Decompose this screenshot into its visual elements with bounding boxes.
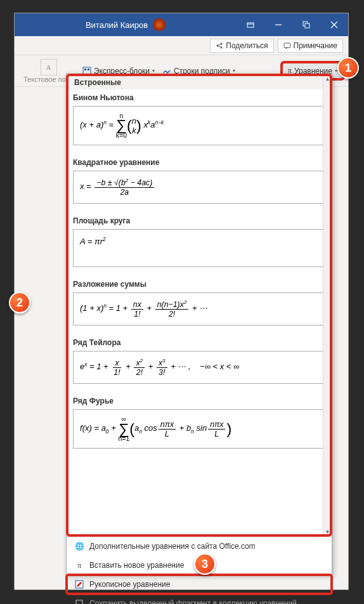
- globe-icon: 🌐: [74, 541, 84, 551]
- equation-preview: f(x) = a0 + ∞∑n=1(an cosnπxL + bn sinnπx…: [73, 409, 325, 449]
- share-button[interactable]: Поделиться: [210, 39, 273, 53]
- gallery-item[interactable]: Разложение суммы (1 + x)n = 1 + nx1! + n…: [73, 276, 325, 325]
- ribbon-options-icon[interactable]: [237, 13, 264, 36]
- svg-rect-18: [76, 600, 82, 604]
- textbox-icon: A: [41, 59, 57, 76]
- gallery-item[interactable]: Квадратное уравнение x = −b ± √(b2 − 4ac…: [73, 154, 325, 204]
- ribbon-share-row: Поделиться Примечание: [15, 36, 348, 55]
- equation-name: Бином Ньютона: [73, 89, 325, 106]
- comment-icon: [283, 42, 291, 49]
- svg-rect-15: [88, 69, 89, 70]
- equation-name: Ряд Фурье: [73, 393, 325, 409]
- equation-preview: A = πr2: [73, 229, 325, 267]
- close-icon[interactable]: [320, 13, 348, 36]
- gallery-item[interactable]: Ряд Тейлора ex = 1 + x1! + x22! + x33! +…: [73, 334, 325, 384]
- svg-rect-4: [305, 23, 309, 28]
- callout-2: 2: [9, 292, 30, 313]
- equation-preview: ex = 1 + x1! + x22! + x33! + ⋯ , −∞ < x …: [73, 351, 325, 384]
- scroll-up-icon[interactable]: ▲: [323, 74, 332, 83]
- equation-name: Квадратное уравнение: [73, 154, 325, 171]
- svg-line-11: [218, 46, 221, 48]
- svg-line-10: [218, 44, 221, 46]
- chevron-down-icon: ▾: [233, 68, 235, 74]
- maximize-icon[interactable]: [292, 13, 320, 36]
- pi-icon: π: [74, 560, 84, 570]
- avatar-icon[interactable]: [153, 18, 166, 31]
- equation-name: Ряд Тейлора: [73, 334, 325, 351]
- callout-1: 1: [337, 57, 359, 79]
- scroll-down-icon[interactable]: ▼: [323, 527, 332, 536]
- equation-preview: (1 + x)n = 1 + nx1! + n(n−1)x22! + ⋯: [73, 292, 325, 325]
- save-label: Сохранить выделенный фрагмент в коллекци…: [89, 599, 304, 604]
- insert-label: Вставить новое уравнение: [89, 561, 184, 570]
- save-equation-button: Сохранить выделенный фрагмент в коллекци…: [67, 594, 332, 604]
- ink-icon: [74, 579, 84, 589]
- more-label: Дополнительные уравнения с сайта Office.…: [89, 542, 256, 551]
- svg-rect-14: [84, 69, 86, 70]
- chevron-down-icon: ▾: [152, 68, 155, 74]
- ink-equation-button[interactable]: Рукописное уравнение: [67, 575, 332, 594]
- equation-gallery: Встроенные Бином Ньютона (x + a)n = n∑k=…: [66, 74, 332, 575]
- titlebar: Виталий Каиров: [15, 13, 348, 36]
- equation-name: Площадь круга: [73, 213, 325, 229]
- share-label: Поделиться: [226, 41, 268, 50]
- gallery-item[interactable]: Ряд Фурье f(x) = a0 + ∞∑n=1(an cosnπxL +…: [73, 393, 325, 449]
- callout-3: 3: [194, 553, 216, 575]
- equation-preview: (x + a)n = n∑k=0(nk) xkan−k: [73, 106, 325, 145]
- gallery-item[interactable]: Площадь круга A = πr2: [73, 213, 325, 267]
- share-icon: [216, 42, 223, 49]
- gallery-item[interactable]: Бином Ньютона (x + a)n = n∑k=0(nk) xkan−…: [73, 89, 325, 145]
- gallery-section-header: Встроенные: [67, 74, 332, 89]
- ink-label: Рукописное уравнение: [89, 580, 170, 589]
- comment-label: Примечание: [294, 41, 337, 50]
- user-name: Виталий Каиров: [86, 20, 148, 30]
- comment-button[interactable]: Примечание: [278, 39, 343, 53]
- equation-name: Разложение суммы: [73, 276, 325, 292]
- scrollbar[interactable]: ▲ ▼: [323, 74, 332, 536]
- more-equations-button[interactable]: 🌐 Дополнительные уравнения с сайта Offic…: [67, 537, 332, 556]
- svg-rect-0: [247, 23, 254, 27]
- minimize-icon[interactable]: [264, 13, 292, 36]
- svg-rect-12: [284, 43, 290, 48]
- save-icon: [74, 598, 84, 604]
- equation-preview: x = −b ± √(b2 − 4ac)2a: [73, 171, 325, 204]
